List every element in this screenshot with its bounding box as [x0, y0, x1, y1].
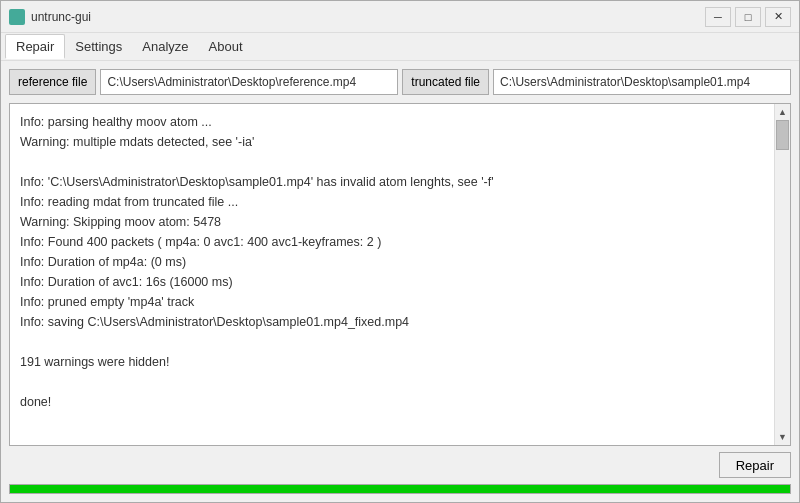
- main-window: untrunc-gui ─ □ ✕ Repair Settings Analyz…: [0, 0, 800, 503]
- bottom-area: Repair: [9, 452, 791, 494]
- minimize-button[interactable]: ─: [705, 7, 731, 27]
- menu-item-about[interactable]: About: [199, 35, 253, 58]
- main-content: reference file truncated file Info: pars…: [1, 61, 799, 502]
- window-title: untrunc-gui: [31, 10, 705, 24]
- close-button[interactable]: ✕: [765, 7, 791, 27]
- app-icon: [9, 9, 25, 25]
- progress-bar-container: [9, 484, 791, 494]
- menu-item-settings[interactable]: Settings: [65, 35, 132, 58]
- truncated-file-input[interactable]: [493, 69, 791, 95]
- reference-file-label: reference file: [9, 69, 96, 95]
- scroll-thumb[interactable]: [776, 120, 789, 150]
- truncated-file-label: truncated file: [402, 69, 489, 95]
- output-text: Info: parsing healthy moov atom ... Warn…: [10, 104, 774, 445]
- maximize-button[interactable]: □: [735, 7, 761, 27]
- scroll-down-arrow[interactable]: ▼: [775, 429, 791, 445]
- output-container: Info: parsing healthy moov atom ... Warn…: [9, 103, 791, 446]
- repair-button[interactable]: Repair: [719, 452, 791, 478]
- progress-bar-fill: [10, 485, 790, 493]
- scroll-up-arrow[interactable]: ▲: [775, 104, 791, 120]
- menu-item-analyze[interactable]: Analyze: [132, 35, 198, 58]
- file-inputs-row: reference file truncated file: [9, 69, 791, 95]
- scroll-track[interactable]: [775, 120, 790, 429]
- menu-bar: Repair Settings Analyze About: [1, 33, 799, 61]
- menu-item-repair[interactable]: Repair: [5, 34, 65, 59]
- reference-file-input[interactable]: [100, 69, 398, 95]
- title-bar: untrunc-gui ─ □ ✕: [1, 1, 799, 33]
- repair-row: Repair: [9, 452, 791, 478]
- window-controls: ─ □ ✕: [705, 7, 791, 27]
- scrollbar: ▲ ▼: [774, 104, 790, 445]
